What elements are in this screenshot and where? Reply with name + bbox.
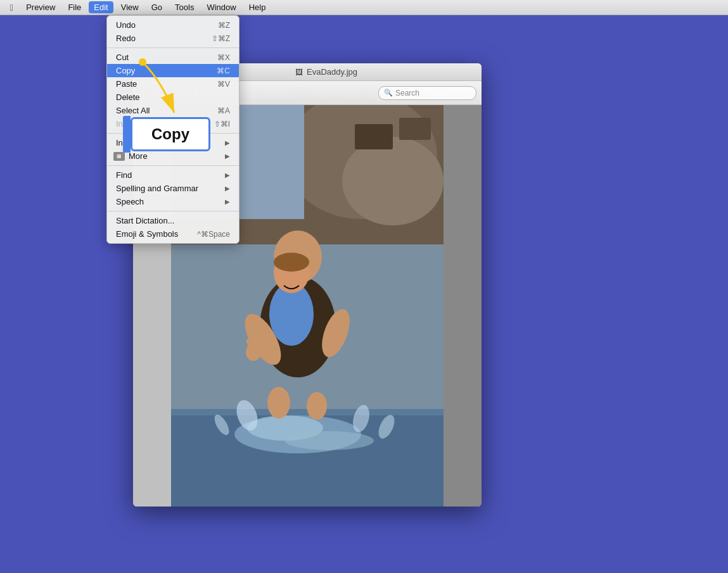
- menu-item-redo[interactable]: Redo ⇧⌘Z: [107, 32, 239, 45]
- separator-1: [107, 47, 239, 48]
- svg-point-23: [274, 253, 309, 272]
- spelling-arrow-icon: ▶: [225, 185, 230, 192]
- menu-item-find[interactable]: Find ▶: [107, 168, 239, 182]
- menu-item-paste-shortcut: ⌘V: [217, 80, 230, 89]
- menu-item-emoji-shortcut: ^⌘Space: [197, 230, 230, 239]
- separator-4: [107, 211, 239, 211]
- svg-rect-5: [399, 118, 431, 140]
- menu-item-redo-shortcut: ⇧⌘Z: [212, 34, 230, 43]
- more-icon: ▦: [113, 152, 125, 161]
- search-placeholder: Search: [395, 89, 419, 98]
- menubar:  Preview File Edit View Go Tools Window…: [0, 0, 728, 15]
- search-icon: 🔍: [384, 89, 393, 97]
- menu-item-redo-label: Redo: [116, 34, 136, 43]
- svg-point-30: [139, 58, 146, 66]
- menu-item-spelling-label: Spelling and Grammar: [116, 184, 198, 193]
- menu-item-dictation[interactable]: Start Dictation...: [107, 214, 239, 227]
- menu-item-speech[interactable]: Speech ▶: [107, 195, 239, 208]
- find-arrow-icon: ▶: [225, 172, 230, 179]
- menubar-view[interactable]: View: [116, 1, 144, 13]
- menu-item-copy-shortcut: ⌘C: [217, 66, 230, 75]
- menubar-window[interactable]: Window: [201, 1, 241, 13]
- menubar-go[interactable]: Go: [146, 1, 167, 13]
- menu-item-find-label: Find: [116, 170, 132, 180]
- svg-point-11: [285, 431, 374, 450]
- menu-item-spelling[interactable]: Spelling and Grammar ▶: [107, 182, 239, 195]
- menu-item-more-label: More: [129, 151, 148, 161]
- svg-point-24: [267, 387, 290, 419]
- insert-arrow-icon: ▶: [225, 139, 230, 146]
- search-box[interactable]: 🔍 Search: [378, 86, 476, 100]
- svg-point-25: [307, 392, 327, 420]
- apple-menu[interactable]: : [5, 3, 18, 13]
- pointer-arrow: [124, 56, 200, 138]
- svg-rect-4: [355, 124, 393, 149]
- menubar-help[interactable]: Help: [244, 1, 271, 13]
- menu-item-emoji-label: Emoji & Symbols: [116, 229, 178, 239]
- menu-item-select-all-shortcut: ⌘A: [217, 106, 230, 115]
- menubar-file[interactable]: File: [63, 1, 86, 13]
- menu-item-cut-shortcut: ⌘X: [217, 53, 230, 62]
- window-title: EvaDaddy.jpg: [307, 67, 357, 77]
- menu-item-emoji[interactable]: Emoji & Symbols ^⌘Space: [107, 227, 239, 241]
- menubar-tools[interactable]: Tools: [170, 1, 199, 13]
- more-arrow-icon: ▶: [225, 153, 230, 160]
- file-icon: 🖼: [295, 68, 303, 77]
- menu-item-undo-label: Undo: [116, 20, 136, 30]
- speech-arrow-icon: ▶: [225, 198, 230, 205]
- menu-item-dictation-label: Start Dictation...: [116, 216, 174, 225]
- svg-point-3: [342, 137, 444, 225]
- menubar-preview[interactable]: Preview: [21, 1, 60, 13]
- menu-item-speech-label: Speech: [116, 197, 144, 206]
- menubar-edit[interactable]: Edit: [89, 1, 113, 13]
- menu-item-undo-shortcut: ⌘Z: [218, 21, 230, 30]
- separator-3: [107, 165, 239, 166]
- menu-item-undo[interactable]: Undo ⌘Z: [107, 18, 239, 32]
- menu-item-invert-shortcut: ⇧⌘I: [214, 120, 230, 129]
